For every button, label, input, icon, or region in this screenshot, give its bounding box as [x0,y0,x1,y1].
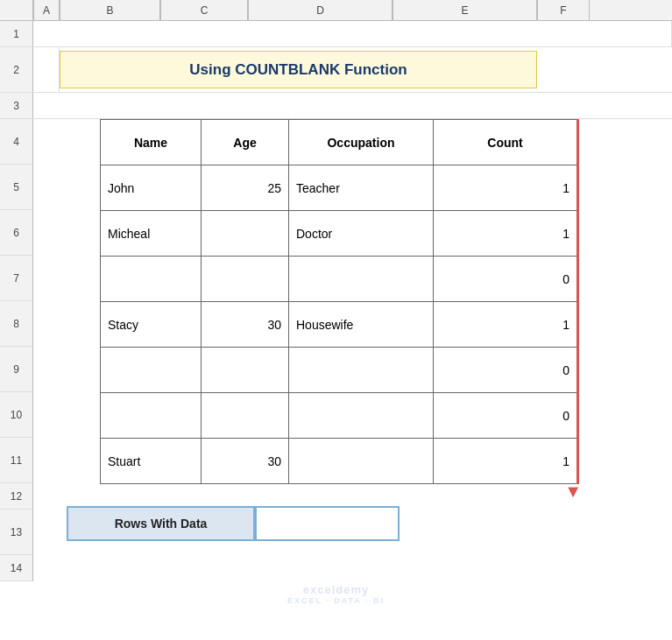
col-header-e: E [393,0,537,20]
cell-occupation: Housewife [289,302,434,348]
row-num-8: 8 [0,301,32,347]
row-num-5: 5 [0,165,32,210]
table-row: 0 [101,348,578,393]
table-row: 0 [101,257,578,302]
cell-occupation: Doctor [289,211,434,257]
table-row: 0 [101,393,578,439]
cell-name [101,393,202,439]
watermark: exceldemy EXCEL · DATA · BI [287,583,385,605]
col-header-c: C [160,0,248,20]
cell-count: 0 [434,348,578,393]
title-cell: Using COUNTBLANK Function [60,51,537,88]
cell-name: Stuart [101,439,202,484]
col-count-header: Count [434,120,578,165]
col-header-d: D [248,0,393,20]
cell-age [202,348,289,393]
cell-age: 25 [202,165,289,211]
cell-age [202,393,289,439]
row-num-9: 9 [0,347,32,392]
row-num-7: 7 [0,256,32,301]
arrow-down-icon: ▼ [564,482,582,500]
summary-value [255,506,400,541]
page-title: Using COUNTBLANK Function [189,61,407,79]
row-num-6: 6 [0,210,32,256]
row-num-11: 11 [0,438,32,483]
cell-occupation [289,257,434,302]
cell-count: 0 [434,257,578,302]
cell-occupation [289,393,434,439]
summary-row: Rows With Data [67,501,400,546]
table-row: Stuart 30 1 [101,439,578,484]
corner-cell [0,0,33,20]
cell-occupation [289,439,434,484]
cell-count: 1 [434,211,578,257]
cell-count: 1 [434,165,578,211]
cell-occupation [289,348,434,393]
row-num-10: 10 [0,392,32,438]
row-num-1: 1 [0,21,33,46]
cell-age: 30 [202,439,289,484]
row-num-4: 4 [0,119,32,165]
table-row: Micheal Doctor 1 [101,211,578,257]
col-header-a: A [33,0,60,20]
cell-occupation: Teacher [289,165,434,211]
cell-age [202,211,289,257]
cell-name [101,257,202,302]
col-occupation-header: Occupation [289,120,434,165]
cell-count: 1 [434,439,578,484]
row-num-2: 2 [0,47,33,92]
cell-count: 0 [434,393,578,439]
cell-name: Micheal [101,211,202,257]
cell-name [101,348,202,393]
table-row: John 25 Teacher 1 [101,165,578,211]
cell-name: Stacy [101,302,202,348]
cell-count: 1 [434,302,578,348]
col-header-f: F [537,0,590,20]
cell-age: 30 [202,302,289,348]
cell-name: John [101,165,202,211]
row-num-3: 3 [0,93,33,118]
col-name-header: Name [101,120,202,165]
spreadsheet: A B C D E F 1 2 Using COUNTBLANK Functio… [0,0,672,640]
col-header-b: B [60,0,160,20]
summary-label: Rows With Data [67,506,255,541]
table-header-row: Name Age Occupation Count [101,120,578,165]
row-num-14: 14 [0,555,32,581]
cell-age [202,257,289,302]
table-row: Stacy 30 Housewife 1 [101,302,578,348]
data-table: Name Age Occupation Count John 25 Teache… [100,119,579,484]
row-num-12: 12 [0,483,32,510]
row-num-13: 13 [0,510,32,555]
col-age-header: Age [202,120,289,165]
